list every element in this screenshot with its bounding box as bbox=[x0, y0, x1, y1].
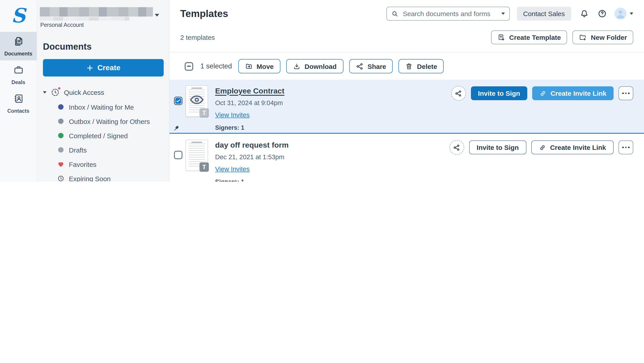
avatar[interactable] bbox=[614, 8, 626, 20]
create-template-button[interactable]: Create Template bbox=[491, 30, 567, 44]
share-template-button[interactable] bbox=[450, 140, 464, 155]
sidebar-item-inbox[interactable]: Inbox / Waiting for Me bbox=[37, 100, 169, 114]
sidebar-item-label: Drafts bbox=[69, 146, 87, 154]
button-label: Create Template bbox=[509, 34, 561, 41]
view-invites-link[interactable]: View Invites bbox=[215, 112, 250, 118]
template-title-link[interactable]: day off request form bbox=[215, 141, 289, 150]
status-dot bbox=[58, 104, 64, 110]
delete-button[interactable]: Delete bbox=[399, 59, 444, 73]
signnow-logo[interactable]: S bbox=[8, 5, 28, 26]
rail-item-label: Deals bbox=[12, 80, 25, 85]
chevron-down-icon bbox=[43, 91, 46, 94]
template-row: T Employee Contract Oct 31, 2024 at 9:04… bbox=[170, 80, 644, 134]
status-dot bbox=[58, 133, 64, 138]
create-button-label: Create bbox=[98, 64, 120, 72]
create-button[interactable]: Create bbox=[43, 59, 164, 76]
sidebar-item-label: Favorites bbox=[69, 160, 96, 168]
status-dot bbox=[58, 147, 64, 152]
signers-count: Signers: 1 bbox=[215, 124, 284, 131]
list-subheader: 2 templates Create Template New Folder bbox=[170, 20, 644, 52]
document-thumbnail[interactable]: T bbox=[186, 140, 208, 171]
rail-item-label: Contacts bbox=[8, 108, 29, 114]
create-invite-link-button[interactable]: Create Invite Link bbox=[532, 86, 614, 100]
select-all-checkbox[interactable] bbox=[185, 62, 193, 70]
more-actions-button[interactable] bbox=[618, 86, 633, 100]
pin-icon bbox=[173, 125, 180, 132]
status-dot bbox=[58, 118, 64, 124]
search-icon bbox=[391, 10, 398, 17]
sidebar-item-completed[interactable]: Completed / Signed bbox=[37, 128, 169, 143]
template-date: Dec 21, 2021 at 1:53pm bbox=[215, 154, 289, 160]
template-row: T day off request form Dec 21, 2021 at 1… bbox=[170, 134, 644, 182]
app-rail: S Documents Deals bbox=[0, 0, 37, 182]
move-button[interactable]: Move bbox=[238, 59, 280, 73]
checkbox-fill bbox=[175, 98, 181, 104]
template-badge: T bbox=[200, 108, 209, 118]
thumbnail-title-line bbox=[192, 142, 202, 142]
sidebar-item-outbox[interactable]: Outbox / Waiting for Others bbox=[37, 114, 169, 128]
contact-sales-button[interactable]: Contact Sales bbox=[517, 7, 571, 20]
template-date: Oct 31, 2024 at 9:04pm bbox=[215, 99, 284, 106]
more-actions-button[interactable] bbox=[618, 140, 633, 154]
signers-count: Signers: 1 bbox=[215, 178, 289, 182]
invite-to-sign-button[interactable]: Invite to Sign bbox=[471, 86, 527, 100]
chevron-down-icon[interactable] bbox=[501, 12, 505, 15]
create-invite-link-button[interactable]: Create Invite Link bbox=[531, 140, 614, 154]
page-title: Templates bbox=[180, 8, 228, 20]
help-icon[interactable] bbox=[598, 9, 607, 18]
sidebar-item-drafts[interactable]: Drafts bbox=[37, 143, 169, 157]
view-invites-link[interactable]: View Invites bbox=[215, 166, 250, 173]
button-label: Move bbox=[256, 62, 274, 70]
sidebar: Personal Account Documents Create Quick … bbox=[37, 0, 170, 182]
document-thumbnail[interactable]: T bbox=[186, 86, 208, 117]
share-nodes-icon bbox=[455, 90, 462, 97]
account-name-redacted-2 bbox=[40, 17, 129, 20]
new-folder-button[interactable]: New Folder bbox=[572, 30, 633, 44]
indeterminate-mark bbox=[187, 66, 191, 67]
download-icon bbox=[293, 62, 300, 70]
button-label: Download bbox=[304, 62, 336, 70]
quick-access-list: Inbox / Waiting for Me Outbox / Waiting … bbox=[37, 100, 169, 182]
row-checkbox[interactable] bbox=[174, 96, 182, 105]
rail-item-contacts[interactable]: Contacts bbox=[0, 89, 37, 118]
page-header: Templates Contact Sales bbox=[170, 0, 644, 20]
search-box[interactable] bbox=[386, 7, 510, 20]
create-template-icon bbox=[497, 33, 505, 42]
rail-item-deals[interactable]: Deals bbox=[0, 60, 37, 89]
heart-icon bbox=[57, 160, 64, 168]
quick-access-header[interactable]: Quick Access bbox=[37, 88, 169, 97]
new-folder-icon bbox=[579, 33, 587, 42]
template-title-link[interactable]: Employee Contract bbox=[215, 87, 284, 96]
account-switcher[interactable]: Personal Account bbox=[37, 0, 169, 28]
move-icon bbox=[245, 62, 252, 70]
thumbnail-title-line bbox=[192, 88, 202, 88]
notification-dot bbox=[57, 86, 61, 90]
link-icon bbox=[539, 144, 546, 151]
eye-icon bbox=[189, 92, 204, 108]
sidebar-heading: Documents bbox=[43, 42, 169, 52]
button-label: Create Invite Link bbox=[550, 144, 606, 151]
button-label: Create Invite Link bbox=[550, 90, 606, 97]
sidebar-item-label: Inbox / Waiting for Me bbox=[69, 103, 134, 111]
sidebar-item-favorites[interactable]: Favorites bbox=[37, 157, 169, 171]
quick-access-label: Quick Access bbox=[64, 88, 104, 96]
chevron-down-icon bbox=[155, 14, 159, 16]
selected-count-label: 1 selected bbox=[200, 62, 232, 70]
share-button[interactable]: Share bbox=[349, 59, 393, 73]
search-input[interactable] bbox=[402, 10, 501, 18]
button-label: Share bbox=[368, 62, 386, 70]
app-window: S Documents Deals bbox=[0, 0, 644, 182]
documents-pages-icon bbox=[13, 36, 24, 49]
row-checkbox[interactable] bbox=[174, 151, 182, 159]
download-button[interactable]: Download bbox=[286, 59, 343, 73]
sidebar-item-label: Expiring Soon bbox=[69, 175, 111, 182]
button-label: New Folder bbox=[591, 34, 627, 41]
avatar-person-icon bbox=[614, 8, 626, 20]
share-template-button[interactable] bbox=[451, 86, 466, 101]
rail-item-documents[interactable]: Documents bbox=[0, 32, 37, 60]
sidebar-item-expiring[interactable]: Expiring Soon bbox=[37, 171, 169, 182]
invite-to-sign-button[interactable]: Invite to Sign bbox=[469, 140, 526, 154]
plus-icon bbox=[86, 64, 94, 71]
account-menu-chevron-icon[interactable] bbox=[630, 12, 633, 15]
bell-icon[interactable] bbox=[580, 9, 589, 18]
